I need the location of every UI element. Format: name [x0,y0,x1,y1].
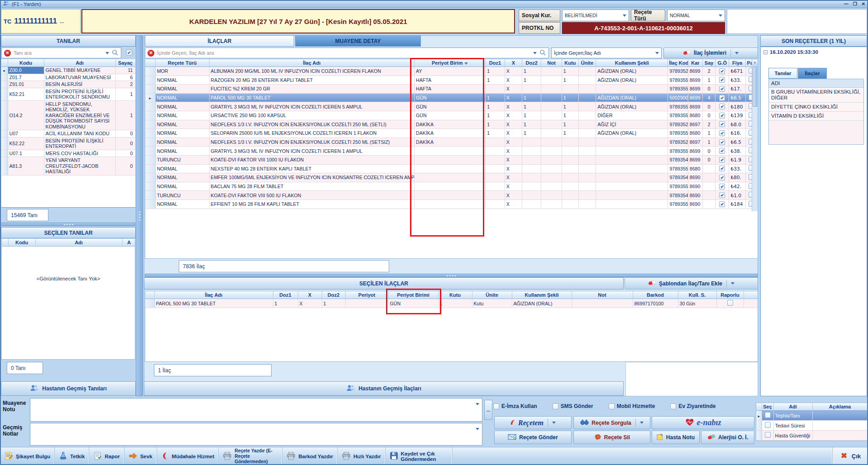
drug-row[interactable]: NORMALRAZOGEN 20 MG 28 ENTERIK KAPLI TAB… [145,76,758,85]
search-filter-checkbox[interactable]: ✔ [126,50,132,56]
column-header[interactable]: Kar [688,59,702,67]
column-header[interactable]: Ünite [578,59,596,67]
past-diagnosis-item[interactable]: VİTAMİN D EKSİKLİĞİ [769,112,863,121]
sort-filter-icon[interactable] [464,62,468,65]
drug-row[interactable]: ▸ NORMALPAROL 500 MG 30 TABLETGÜN 1X1 1A… [145,93,758,102]
uyari-row[interactable]: Tedavi Süresi [756,421,868,431]
column-header[interactable]: G.Ö [715,59,729,67]
tanilar-row[interactable]: K52.22 BESİN PROTEİNİ İLİŞKİLİ ENTEROPAT… [1,137,135,150]
checkbox-icon[interactable] [670,403,676,409]
column-header[interactable]: X [298,291,322,299]
column-header[interactable]: İlaç Kod [668,59,688,67]
column-header[interactable]: X [505,59,522,67]
toolbar-button[interactable]: Hızlı Yazdır [338,447,386,465]
drug-row[interactable]: NORMALNEOFLEKS 1/3 I.V. INFUZYON ICIN EN… [145,138,758,147]
sec-checkbox[interactable] [765,422,771,428]
column-header[interactable]: İlaç Adı [209,59,415,67]
go-checkbox[interactable]: ✔ [719,77,725,83]
column-header[interactable]: Adı [35,239,122,247]
hasta-notu-button[interactable]: Hasta Notu [652,431,700,444]
drug-row[interactable]: TURUNCUKOATE-DVI FAKTOR VIII 1000 IU FLA… [145,155,758,164]
go-checkbox[interactable]: ✔ [719,157,725,163]
go-checkbox[interactable]: ✔ [719,95,725,101]
go-checkbox[interactable]: ✔ [719,184,725,190]
chevron-down-icon[interactable] [735,52,739,54]
exit-button[interactable]: Çık [832,447,868,465]
tc-more-button[interactable]: ... [60,19,64,24]
tab-ilaclar[interactable]: İLAÇLAR [145,35,294,47]
sec-checkbox[interactable] [765,412,771,418]
drug-row[interactable]: MORALBUMAN 200 MG/ML 100 ML IV INFUZYON … [145,67,758,76]
search-icon[interactable] [112,49,119,57]
column-header[interactable]: Not [572,291,633,299]
tanilar-row[interactable]: U07 ACİL KULLANIM TANI KODU 0 [1,130,135,138]
column-header[interactable]: Kutu [562,59,578,67]
search-mode-select[interactable]: İçinde Geçen;İlaç Adı [551,47,662,58]
drug-row[interactable]: NORMALNEOFLEKS 1/3 I.V. INFUZYON ICIN EN… [145,120,758,129]
tab-muayene-detay[interactable]: MUAYENE DETAY [295,35,421,47]
column-header[interactable]: Periyot Birim [415,59,486,67]
toolbar-button[interactable]: Kaydet ve Çık Göndermeden [386,447,453,465]
column-header[interactable]: Say [703,59,715,67]
horizontal-splitter[interactable] [1,223,135,226]
drug-row[interactable]: NORMALNEXSTEP 40 MG 28 ENTERIK KAPLI TAB… [145,164,758,173]
go-checkbox[interactable]: ✔ [719,175,725,180]
column-header[interactable]: Kull. S. [678,291,716,299]
go-checkbox[interactable]: ✔ [719,68,725,74]
column-header[interactable] [2,239,8,247]
recete-gonder-button[interactable]: Reçete Gönder [494,431,572,444]
column-header[interactable]: Açıklama [812,403,868,411]
column-header[interactable]: Kodu [8,239,35,247]
close-button[interactable]: ✕ [862,1,865,6]
column-header[interactable]: Kutu [438,291,472,299]
tanilar-row[interactable]: Z01.7 LABORATUVAR MUAYENESİ 6 [1,74,135,81]
sosyal-kur-select[interactable]: BELİRTİLMEDİ [562,9,629,21]
go-checkbox[interactable]: ✔ [719,139,725,145]
chevron-down-icon[interactable] [476,428,479,430]
drug-row[interactable]: NORMALEMFER 100MG/5ML ENJEKSİYON VE INFU… [145,173,758,182]
column-header[interactable] [756,403,762,411]
tree-collapse-icon[interactable]: − [763,50,768,54]
maximize-button[interactable]: ❐ [853,1,857,6]
column-header[interactable]: Periyot [345,291,388,299]
column-header[interactable]: Adi [773,403,812,411]
column-header[interactable]: Sayaç [115,59,135,67]
toolbar-button[interactable]: Sevk [124,447,157,465]
column-header[interactable]: Reçete Türü [155,59,209,67]
go-checkbox[interactable]: ✔ [719,130,725,136]
option-checkbox[interactable]: SMS Gönder [553,403,593,409]
tanilar-row[interactable]: Z91.01 BESİN ALERJİSİ 2 [1,81,135,88]
patient-past-diagnoses-button[interactable]: Hastanın Geçmiş Tanıları [1,381,136,396]
tab-sonrec-tanilar[interactable]: Tanılar [768,68,797,79]
drug-row[interactable]: NORMALGRATRYL 3 MG/3 ML IV INFUZYON ICIN… [145,147,758,156]
column-header[interactable] [744,291,758,299]
column-header[interactable] [145,59,155,67]
note-more-button[interactable]: ... [484,400,492,420]
drug-row[interactable]: NORMALURSACTIVE 250 MG 100 KAPSULGÜN 1X1… [145,111,758,120]
alerjisi-button[interactable]: Alerjisi O. İ. [701,431,754,444]
patient-past-drugs-button[interactable]: Hastanın Geçmiş İlaçları [144,381,624,396]
column-header[interactable]: Kodu [8,59,44,67]
column-header[interactable]: Barkod [633,291,678,299]
drug-operations-button[interactable]: İlaç İşlemleri [663,47,758,58]
drug-row[interactable]: NORMALGRATRYL 3 MG/3 ML IV INFUZYON ICIN… [145,102,758,111]
chevron-down-icon[interactable] [552,422,556,424]
past-diagnosis-item[interactable]: DİYETTE ÇİNKO EKSİKLİĞİ [769,103,863,112]
enabiz-button[interactable]: e-nabız [652,416,754,429]
column-header[interactable]: Raporlu [716,291,744,299]
drug-row[interactable]: TURUNCUKOATE-DVI FAKTOR VIII 500 IU FLAK… [145,191,758,200]
tanilar-row[interactable]: U07.1 MERS COV HASTALIĞI 0 [1,150,135,157]
uyari-row[interactable]: Hasta Güvenliği [756,431,868,441]
option-checkbox[interactable]: Ev Ziyaretinde [670,403,715,409]
checkbox-icon[interactable] [609,403,615,409]
chevron-down-icon[interactable] [731,282,734,285]
drug-row[interactable]: NORMALEFFIENT 10 MG 28 FILM KAPLI TABLET… [145,199,758,209]
column-header[interactable]: İlaç Adı [154,291,273,299]
drug-row[interactable]: NORMALBACLAN 75 MG 28 FILM TABLET X 9789… [145,182,758,191]
selected-drug-row[interactable]: PAROL 500 MG 30 TABLET1X 1GÜN 1KutuAĞIZD… [145,299,758,308]
search-icon[interactable] [539,49,546,57]
prescription-date[interactable]: 16.10.2020 15:33:30 [770,49,818,55]
scrollbar-thumb[interactable] [753,66,757,107]
toolbar-button[interactable]: Şikayet Bulgu [0,447,55,465]
tanilar-row[interactable]: K52.21 BESİN PROTEİNİ İLİŞKİLİ ENTEROKOL… [1,88,135,100]
